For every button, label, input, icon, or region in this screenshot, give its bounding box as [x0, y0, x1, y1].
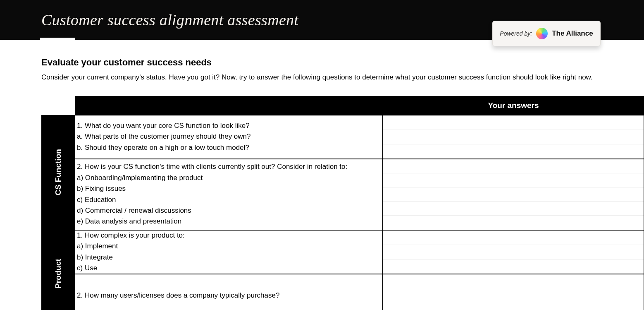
- question-cell: 1. What do you want your core CS functio…: [75, 115, 383, 159]
- assessment-table: Your answers CS Function 1. What do you …: [41, 96, 603, 310]
- answer-line[interactable]: [383, 260, 644, 274]
- answer-line[interactable]: [383, 115, 644, 130]
- section-heading: Evaluate your customer success needs: [41, 57, 603, 68]
- question-cell: 2. How many users/licenses does a compan…: [75, 274, 383, 310]
- header-blank: [41, 96, 75, 115]
- question-cell: 1. How complex is your product to: a) Im…: [75, 230, 383, 274]
- answer-line[interactable]: [383, 159, 644, 173]
- answer-line[interactable]: [383, 274, 644, 310]
- answer-line[interactable]: [383, 173, 644, 187]
- page-title: Customer success alignment assessment: [41, 11, 298, 29]
- banner: Customer success alignment assessment Po…: [0, 0, 644, 40]
- powered-label: Powered by:: [500, 30, 532, 37]
- answer-line[interactable]: [383, 130, 644, 144]
- section-lead: Consider your current company's status. …: [41, 72, 603, 83]
- answer-line[interactable]: [383, 144, 644, 159]
- powered-by-badge: Powered by: The Alliance: [492, 21, 601, 46]
- answer-cell[interactable]: [383, 159, 644, 230]
- content-area: Evaluate your customer success needs Con…: [0, 40, 603, 310]
- category-product: Product: [41, 230, 75, 310]
- answer-cell[interactable]: [383, 115, 644, 159]
- answer-line[interactable]: [383, 216, 644, 229]
- answer-line[interactable]: [383, 245, 644, 260]
- tab-indicator: [40, 38, 75, 40]
- alliance-logo-icon: [536, 28, 548, 39]
- answer-line[interactable]: [383, 202, 644, 216]
- question-cell: 2. How is your CS function's time with c…: [75, 159, 383, 230]
- answer-line[interactable]: [383, 231, 644, 245]
- answer-cell[interactable]: [383, 230, 644, 274]
- header-answers: Your answers: [383, 96, 644, 115]
- answer-cell[interactable]: [383, 274, 644, 310]
- alliance-brand-name: The Alliance: [552, 29, 593, 38]
- header-questions: [75, 96, 383, 115]
- answer-line[interactable]: [383, 187, 644, 202]
- category-cs-function: CS Function: [41, 115, 75, 230]
